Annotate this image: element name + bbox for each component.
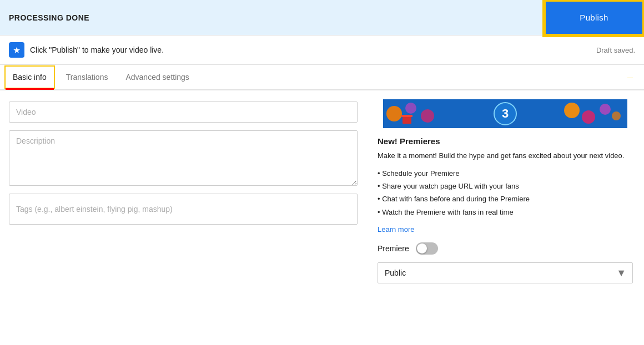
premiere-banner-image: 3 bbox=[378, 99, 633, 128]
draft-saved-status: Draft saved. bbox=[596, 46, 635, 54]
premiere-toggle[interactable] bbox=[416, 242, 438, 255]
premiere-toggle-label: Premiere bbox=[378, 244, 409, 253]
tabs-bar: Basic info Translations Advanced setting… bbox=[0, 65, 644, 90]
tags-input[interactable] bbox=[9, 194, 358, 225]
premiere-list: • Schedule your Premiere • Share your wa… bbox=[378, 167, 633, 219]
top-bar: PROCESSING DONE Publish bbox=[0, 0, 644, 35]
visibility-dropdown[interactable]: Public Unlisted Private bbox=[378, 262, 633, 283]
toggle-knob bbox=[417, 243, 427, 253]
video-title-input[interactable] bbox=[9, 102, 358, 123]
premiere-title: New! Premieres bbox=[378, 136, 633, 146]
tabs-dots: — bbox=[627, 74, 644, 80]
processing-status-text: PROCESSING DONE bbox=[9, 13, 89, 22]
info-message: Click "Publish" to make your video live. bbox=[30, 45, 591, 54]
svg-point-3 bbox=[421, 109, 434, 123]
star-icon: ★ bbox=[9, 42, 24, 58]
list-item: • Schedule your Premiere bbox=[378, 167, 633, 180]
list-item: • Watch the Premiere with fans in real t… bbox=[378, 206, 633, 219]
processing-status: PROCESSING DONE bbox=[0, 0, 544, 35]
list-item: • Share your watch page URL with your fa… bbox=[378, 180, 633, 192]
svg-text:3: 3 bbox=[502, 106, 509, 120]
left-panel bbox=[0, 90, 366, 343]
svg-point-2 bbox=[405, 103, 416, 114]
list-item: • Chat with fans before and during the P… bbox=[378, 192, 633, 205]
svg-point-9 bbox=[612, 111, 621, 120]
right-panel: 3 New! Premieres Make it a moment! Build… bbox=[366, 90, 644, 343]
tab-basic-info[interactable]: Basic info bbox=[4, 65, 55, 89]
svg-point-8 bbox=[600, 104, 611, 115]
tab-advanced-settings[interactable]: Advanced settings bbox=[117, 65, 198, 89]
description-input[interactable] bbox=[9, 130, 358, 186]
svg-rect-11 bbox=[401, 115, 412, 117]
premiere-row: Premiere bbox=[378, 242, 633, 255]
main-content: 3 New! Premieres Make it a moment! Build… bbox=[0, 90, 644, 343]
svg-rect-10 bbox=[402, 116, 411, 124]
premiere-description: Make it a moment! Build the hype and get… bbox=[378, 150, 633, 161]
visibility-dropdown-wrapper: Public Unlisted Private ▼ bbox=[378, 262, 633, 283]
tab-translations[interactable]: Translations bbox=[57, 65, 117, 89]
info-bar: ★ Click "Publish" to make your video liv… bbox=[0, 35, 644, 65]
learn-more-link[interactable]: Learn more bbox=[378, 225, 633, 234]
svg-point-6 bbox=[564, 103, 580, 118]
svg-point-1 bbox=[386, 106, 402, 121]
svg-point-7 bbox=[582, 110, 595, 124]
publish-button[interactable]: Publish bbox=[544, 0, 644, 35]
